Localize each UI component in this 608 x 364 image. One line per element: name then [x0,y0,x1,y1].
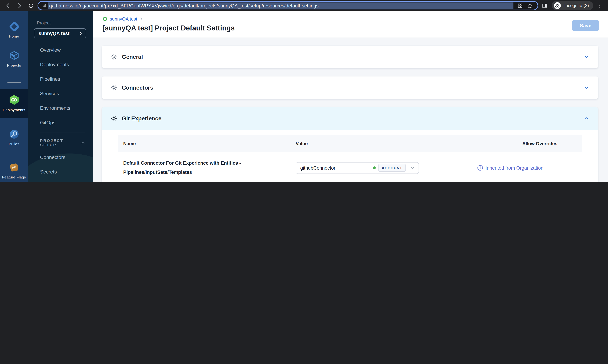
nav-item-deployments[interactable]: Deployments [28,57,93,72]
chevron-right-icon [78,31,83,36]
gear-icon [110,115,117,122]
chevron-up-icon [583,116,590,121]
nav-item-services[interactable]: Services [28,86,93,101]
forward-button[interactable] [15,1,24,10]
git-experience-body: Name Value Allow Overrides Default Conne… [102,135,598,182]
sidebar-item-home[interactable]: Home [0,21,28,39]
sidebar-item-feature-flags[interactable]: Feature Flags [0,162,28,180]
nav-item-overview[interactable]: Overview [28,43,93,57]
settings-content: General Connectors [93,38,608,182]
nav-item-variables[interactable]: Variables [28,179,93,182]
url-bar[interactable]: qa.harness.io/ng/account/px7xd_BFRCi-pfW… [38,1,538,10]
bookmark-star-icon[interactable] [525,1,534,10]
builds-icon [9,129,19,140]
incognito-icon [553,1,562,10]
project-setup-list: Connectors Secrets Variables Access Cont… [28,150,93,182]
url-text[interactable]: qa.harness.io/ng/account/px7xd_BFRCi-pfW… [48,2,513,9]
divider [40,132,85,132]
home-icon [9,21,19,32]
project-label: Project [28,11,93,28]
side-panel-icon[interactable] [540,1,549,10]
nav-item-connectors[interactable]: Connectors [28,150,93,165]
section-header-general[interactable]: General [102,46,598,68]
column-header-value: Value [296,141,477,146]
chevron-up-icon [81,140,85,145]
incognito-label: Incognito (2) [564,3,589,8]
module-sidebar: Home Projects Deployments Builds Feature… [0,11,28,182]
cd-module-icon [102,16,108,22]
section-card-general: General [102,46,598,68]
setting-name: Default Connector For Git Experience wit… [123,159,244,177]
projects-icon [9,50,19,61]
inherited-link[interactable]: Inherited from Organization [477,165,577,171]
chevron-down-icon [583,54,590,60]
connector-select-value: githubConnector [300,165,373,170]
incognito-badge[interactable]: Incognito (2) [552,1,593,10]
table-row: Default Connector For Git Experience wit… [118,152,582,182]
project-selector-value: sunnyQA test [39,31,78,36]
scope-badge: ACCOUNT [378,164,406,172]
info-icon [477,165,483,171]
sidebar-item-deployments[interactable]: Deployments [0,94,28,112]
nav-item-environments[interactable]: Environments [28,101,93,116]
back-button[interactable] [3,1,13,10]
tab-groups-icon[interactable] [515,1,525,10]
project-nav-list: Overview Deployments Pipelines Services … [28,43,93,130]
status-dot [373,166,376,169]
main-content: sunnyQA test [sunnyQA test] Project Defa… [93,11,608,182]
page-title: [sunnyQA test] Project Default Settings [102,24,608,32]
connector-select[interactable]: githubConnector ACCOUNT [296,162,419,174]
chevron-down-icon [410,165,415,170]
breadcrumb: sunnyQA test [102,16,608,22]
section-card-git-experience: Git Experience Name Value Allow Override… [102,107,598,182]
section-header-git-experience[interactable]: Git Experience [102,107,598,130]
gear-icon [110,53,117,60]
feature-flags-icon [9,162,19,173]
project-selector[interactable]: sunnyQA test [34,28,86,38]
column-header-name: Name [123,141,296,146]
screen: qa.harness.io/ng/account/px7xd_BFRCi-pfW… [0,0,608,182]
padlock-icon [41,1,48,10]
breadcrumb-link[interactable]: sunnyQA test [110,16,137,22]
section-title: Connectors [122,84,153,91]
nav-item-secrets[interactable]: Secrets [28,165,93,179]
column-header-allow-overrides: Allow Overrides [477,141,577,146]
section-title: Git Experience [122,115,161,122]
nav-item-gitops[interactable]: GitOps [28,116,93,130]
nav-item-pipelines[interactable]: Pipelines [28,72,93,86]
chevron-right-icon [139,17,143,21]
sidebar-resize-handle[interactable] [7,82,21,83]
chevron-down-icon [583,85,590,91]
sidebar-item-projects[interactable]: Projects [0,50,28,68]
project-setup-heading[interactable]: PROJECT SETUP [40,138,85,147]
table-header: Name Value Allow Overrides [118,135,582,152]
sidebar-item-builds[interactable]: Builds [0,129,28,146]
project-sidebar: Project sunnyQA test Overview Deployment… [28,11,93,182]
gear-icon [110,84,117,91]
browser-menu-icon[interactable] [595,1,605,10]
section-card-connectors: Connectors [102,77,598,99]
page-header: sunnyQA test [sunnyQA test] Project Defa… [93,11,608,38]
reload-button[interactable] [26,1,35,10]
deployments-icon [8,94,20,105]
browser-toolbar: qa.harness.io/ng/account/px7xd_BFRCi-pfW… [0,0,608,11]
save-button[interactable]: Save [572,20,599,31]
section-header-connectors[interactable]: Connectors [102,77,598,99]
section-title: General [122,54,143,60]
